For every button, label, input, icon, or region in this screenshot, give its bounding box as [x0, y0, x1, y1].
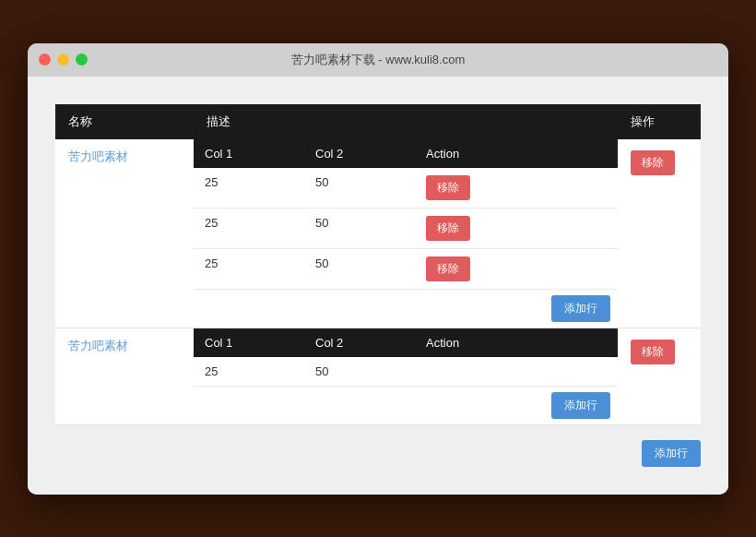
inner-add-row-button[interactable]: 添加行 [551, 392, 610, 419]
window-title: 苦力吧素材下载 - www.kuli8.com [291, 52, 466, 68]
main-col-desc: 描述 [194, 104, 618, 139]
inner-col1-value: 25 [194, 208, 304, 248]
outer-add-row-container: 添加行 [55, 440, 701, 467]
inner-table: Col 1Col 2Action2550移除2550移除2550移除 [194, 139, 618, 290]
inner-table-footer: 添加行 [194, 387, 618, 424]
row-desc-cell: Col 1Col 2Action2550移除2550移除2550移除添加行 [194, 139, 618, 328]
minimize-button[interactable] [57, 54, 69, 66]
inner-table-row: 2550移除 [194, 248, 618, 289]
row-name: 苦力吧素材 [55, 328, 194, 424]
main-table-row: 苦力吧素材Col 1Col 2Action2550添加行移除 [55, 328, 701, 424]
main-col-action: 操作 [618, 104, 701, 139]
inner-action-cell [415, 357, 618, 387]
maximize-button[interactable] [76, 54, 88, 66]
inner-remove-row-button[interactable]: 移除 [426, 257, 470, 281]
outer-remove-button[interactable]: 移除 [631, 150, 675, 175]
inner-col-header: Col 2 [304, 139, 415, 168]
inner-action-cell: 移除 [415, 168, 618, 209]
outer-action-cell: 移除 [618, 139, 701, 328]
inner-col-header: Col 1 [194, 328, 304, 357]
inner-table: Col 1Col 2Action2550 [194, 328, 618, 387]
inner-table-footer: 添加行 [194, 290, 618, 328]
main-col-name: 名称 [55, 104, 194, 139]
row-name: 苦力吧素材 [55, 139, 194, 328]
outer-add-row-button[interactable]: 添加行 [642, 440, 701, 467]
traffic-lights [39, 54, 88, 66]
inner-table-row: 2550移除 [194, 168, 618, 209]
inner-col1-value: 25 [194, 357, 304, 387]
inner-col-header: Action [415, 139, 618, 168]
inner-remove-row-button[interactable]: 移除 [426, 175, 470, 200]
inner-col-header: Col 2 [304, 328, 415, 357]
inner-action-cell: 移除 [415, 248, 618, 289]
inner-remove-row-button[interactable]: 移除 [426, 216, 470, 241]
inner-col2-value: 50 [304, 208, 415, 248]
inner-col-header: Col 1 [194, 139, 304, 168]
content-area: 名称 描述 操作 苦力吧素材Col 1Col 2Action2550移除2550… [28, 77, 728, 495]
inner-col1-value: 25 [194, 168, 304, 209]
main-table-header-row: 名称 描述 操作 [55, 104, 701, 139]
inner-col2-value: 50 [304, 357, 415, 387]
window: 苦力吧素材下载 - www.kuli8.com 名称 描述 操作 苦力吧素材Co… [28, 43, 728, 495]
inner-table-row: 2550 [194, 357, 618, 387]
inner-table-row: 2550移除 [194, 208, 618, 248]
outer-remove-button[interactable]: 移除 [631, 340, 675, 364]
inner-col1-value: 25 [194, 248, 304, 289]
inner-action-cell: 移除 [415, 208, 618, 248]
row-desc-cell: Col 1Col 2Action2550添加行 [194, 328, 618, 424]
main-table: 名称 描述 操作 苦力吧素材Col 1Col 2Action2550移除2550… [55, 104, 701, 425]
inner-col2-value: 50 [304, 248, 415, 289]
inner-col2-value: 50 [304, 168, 415, 209]
outer-action-cell: 移除 [618, 328, 701, 424]
inner-col-header: Action [415, 328, 618, 357]
main-table-row: 苦力吧素材Col 1Col 2Action2550移除2550移除2550移除添… [55, 139, 701, 328]
titlebar: 苦力吧素材下载 - www.kuli8.com [28, 43, 728, 77]
inner-add-row-button[interactable]: 添加行 [551, 295, 610, 322]
close-button[interactable] [39, 54, 51, 66]
